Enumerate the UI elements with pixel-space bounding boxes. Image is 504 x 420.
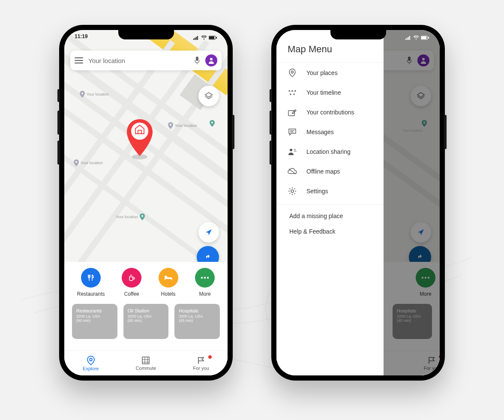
signal-icon xyxy=(405,36,411,40)
svg-point-50 xyxy=(290,94,291,95)
place-card[interactable]: Oil Station 3200 La, USA (65 min) xyxy=(123,304,169,339)
menu-help-feedback[interactable]: Help & Feedback xyxy=(276,224,384,239)
main-location-pin[interactable] xyxy=(123,116,157,159)
commute-icon xyxy=(141,356,150,365)
menu-your-places[interactable]: Your places xyxy=(276,63,384,83)
menu-location-sharing[interactable]: Location sharing xyxy=(276,142,384,162)
map-pin[interactable]: Your location xyxy=(74,159,103,166)
mic-icon[interactable] xyxy=(194,57,200,64)
wifi-icon xyxy=(201,36,207,40)
map-pin[interactable] xyxy=(210,120,215,127)
bed-icon xyxy=(159,268,178,288)
nav-commute[interactable]: Commute xyxy=(136,356,156,371)
bottom-nav: Explore Commute + For you xyxy=(64,351,228,375)
signal-icon xyxy=(193,36,199,40)
svg-point-21 xyxy=(165,276,167,278)
category-restaurants[interactable]: Restaurants xyxy=(77,268,105,297)
svg-point-7 xyxy=(204,39,204,39)
svg-point-25 xyxy=(90,358,92,361)
svg-rect-4 xyxy=(195,38,195,40)
locate-button[interactable] xyxy=(198,222,219,243)
menu-divider xyxy=(276,204,384,205)
search-bar[interactable]: Your location xyxy=(70,51,222,70)
svg-rect-38 xyxy=(421,36,426,39)
flag-icon: + xyxy=(197,356,205,365)
menu-add-place[interactable]: Add a missing place xyxy=(276,208,384,224)
cloud-off-icon xyxy=(288,167,297,176)
svg-rect-11 xyxy=(196,57,198,61)
place-card[interactable]: Restaurants 3200 La, USA (60 min) xyxy=(72,304,117,339)
navigate-arrow-icon xyxy=(204,228,213,237)
menu-messages[interactable]: Messages xyxy=(276,122,384,142)
nav-for-you[interactable]: + For you xyxy=(193,356,209,371)
svg-point-55 xyxy=(290,149,292,151)
edit-icon xyxy=(288,108,297,117)
category-more[interactable]: More xyxy=(195,268,215,297)
svg-point-12 xyxy=(210,58,213,60)
menu-timeline[interactable]: Your timeline xyxy=(276,83,384,102)
notch xyxy=(118,30,174,39)
notification-dot xyxy=(208,355,212,359)
svg-point-51 xyxy=(294,94,294,95)
category-label: Coffee xyxy=(124,291,139,297)
battery-icon xyxy=(421,36,429,40)
map-pin[interactable]: Your location xyxy=(116,213,145,220)
phone-explore: 11:19 Your location xyxy=(59,25,233,381)
svg-rect-10 xyxy=(216,37,217,39)
svg-rect-33 xyxy=(407,38,408,40)
status-time: 11:19 xyxy=(75,33,88,42)
search-input[interactable]: Your location xyxy=(88,57,189,64)
place-card[interactable]: Hospitals 3200 La, USA (45 min) xyxy=(174,304,220,339)
message-icon xyxy=(288,127,297,137)
battery-icon xyxy=(209,36,217,40)
svg-point-46 xyxy=(291,71,294,73)
svg-rect-9 xyxy=(209,36,214,39)
svg-point-22 xyxy=(201,277,203,279)
category-label: Hotels xyxy=(161,291,176,297)
more-icon xyxy=(195,268,215,288)
phone-menu: Your location More xyxy=(271,25,445,381)
layers-button[interactable] xyxy=(198,86,219,106)
directions-icon xyxy=(203,252,213,262)
person-share-icon xyxy=(288,147,297,156)
svg-rect-5 xyxy=(196,37,197,40)
svg-point-17 xyxy=(141,215,143,217)
category-hotels[interactable]: Hotels xyxy=(159,268,178,297)
category-label: More xyxy=(199,291,211,297)
svg-rect-34 xyxy=(408,37,409,40)
coffee-icon xyxy=(122,268,141,288)
avatar[interactable] xyxy=(205,54,217,66)
menu-settings[interactable]: Settings xyxy=(276,181,384,201)
menu-offline-maps[interactable]: Offline maps xyxy=(276,162,384,181)
fork-knife-icon xyxy=(81,268,101,288)
pin-icon xyxy=(87,356,95,365)
nav-explore[interactable]: Explore xyxy=(83,356,99,371)
svg-point-16 xyxy=(75,161,77,163)
svg-rect-3 xyxy=(193,39,194,40)
svg-point-14 xyxy=(170,124,171,126)
map-pin[interactable]: Your location xyxy=(168,122,197,129)
category-coffee[interactable]: Coffee xyxy=(122,268,141,297)
svg-point-13 xyxy=(81,93,83,94)
pin-outline-icon xyxy=(288,68,297,78)
svg-rect-35 xyxy=(409,36,410,40)
map-pin[interactable]: Your location xyxy=(80,91,109,98)
category-label: Restaurants xyxy=(77,291,105,297)
svg-point-57 xyxy=(291,190,294,192)
svg-point-36 xyxy=(416,39,417,39)
gear-icon xyxy=(288,186,297,196)
notch xyxy=(330,30,386,39)
menu-contributions[interactable]: Your contributions xyxy=(276,102,384,122)
svg-point-23 xyxy=(204,277,206,279)
svg-text:+: + xyxy=(200,357,202,361)
svg-point-24 xyxy=(207,277,209,279)
drawer: Map Menu Your places Your timeline Your … xyxy=(276,30,384,375)
svg-rect-6 xyxy=(197,36,198,40)
hamburger-icon[interactable] xyxy=(75,57,83,63)
bottom-sheet: Restaurants Coffee Hotels More xyxy=(64,262,228,375)
wifi-icon xyxy=(413,36,419,40)
svg-point-15 xyxy=(211,122,213,123)
svg-rect-39 xyxy=(428,37,429,39)
svg-rect-32 xyxy=(405,39,406,40)
timeline-icon xyxy=(288,88,297,97)
